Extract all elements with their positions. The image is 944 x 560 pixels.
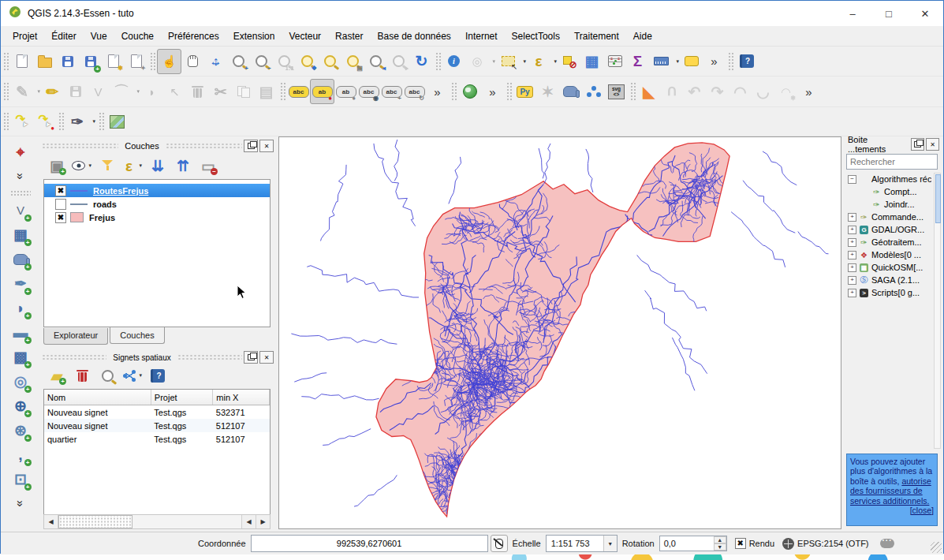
label-move-prediction-tool[interactable] (10, 110, 33, 133)
maximize-button[interactable]: □ (871, 1, 907, 26)
menu-aide[interactable]: Aide (626, 28, 659, 45)
close-info-link[interactable]: [close] (910, 506, 934, 515)
chevron-down-icon[interactable]: ▼ (603, 536, 617, 551)
manage-visibility-button[interactable]: ▾ (72, 155, 92, 176)
grass-tools-button[interactable]: ✶ (536, 80, 559, 103)
bookmark-cell[interactable]: Nouveau signet (44, 405, 151, 420)
toggle-editing-button[interactable]: ✏ (41, 80, 64, 103)
add-spatialite-layer-button[interactable]: ✒+ (9, 271, 32, 296)
open-attribute-table-button[interactable]: ▦ (580, 50, 603, 73)
bookmark-cell[interactable]: quartier (44, 432, 151, 446)
toolbar-drag-handle[interactable] (506, 81, 512, 102)
composer-manager-button[interactable]: ✦ (125, 50, 147, 73)
dock-handle[interactable] (177, 354, 242, 360)
crs-status[interactable]: EPSG:2154 (OTF) (797, 539, 868, 548)
expand-icon[interactable]: + (848, 213, 856, 222)
menu-vecteur[interactable]: Vecteur (282, 28, 328, 45)
toolbar-drag-handle[interactable] (435, 51, 441, 72)
add-vector-layer-button[interactable]: V+ (9, 198, 32, 222)
dock-handle[interactable] (166, 143, 242, 149)
bookmarks-help-button[interactable]: ? (147, 365, 168, 386)
render-checkbox[interactable]: ✖ (735, 538, 746, 549)
tree-vscrollbar[interactable] (934, 173, 941, 449)
zoom-to-bookmark-button[interactable] (97, 365, 118, 386)
algorithm-item-compt-[interactable]: ✑Compt... (846, 185, 931, 198)
menu-base-de-donn-es[interactable]: Base de données (370, 28, 457, 45)
add-postgis-layer-button[interactable]: + (9, 247, 32, 271)
dock-handle[interactable] (42, 143, 118, 149)
bookmark-cell[interactable]: Test.qgs (151, 419, 212, 432)
expand-icon[interactable]: + (848, 226, 856, 234)
bookmarks-table[interactable]: NomProjetmin XNouveau signetTest.qgs5323… (43, 389, 271, 515)
close-panel-button[interactable]: ✕ (259, 351, 274, 364)
filter-legend-button[interactable] (97, 155, 118, 176)
toolbar-drag-handle[interactable] (58, 111, 64, 132)
add-raster-layer-button[interactable]: ▦+ (9, 222, 32, 247)
osm-place-search-button[interactable] (458, 80, 481, 103)
layer-item-frejus[interactable]: ✖Frejus (44, 211, 270, 224)
label-move-button[interactable]: abc+ (380, 80, 403, 103)
layer-tree[interactable]: ✖RoutesFrejusroads✖Frejus (43, 179, 271, 327)
chevron-down-icon[interactable]: ▾ (554, 58, 557, 65)
db-manager-button[interactable] (559, 80, 582, 103)
touch-zoom-pan-tool[interactable]: ☝ (157, 49, 181, 74)
toolbar-drag-handle[interactable] (2, 81, 9, 102)
chevron-down-icon[interactable]: ▾ (139, 372, 142, 379)
scale-combobox[interactable]: 1:151 753 ▼ (546, 535, 618, 552)
add-oracle-layer-button[interactable]: ▬+ (9, 320, 32, 345)
menu-internet[interactable]: Internet (458, 28, 505, 45)
toolbar-drag-handle[interactable] (279, 81, 285, 102)
spinner-arrows[interactable]: ▲▼ (714, 536, 726, 551)
algorithm-item-joindr-[interactable]: ✑Joindr... (846, 198, 931, 211)
label-show-hide-button[interactable]: abc◉ (357, 80, 380, 103)
chevron-down-icon[interactable]: ▾ (139, 162, 142, 169)
vtoolbar-overflow-bottom[interactable]: » (9, 491, 32, 516)
label-rotate-button[interactable]: abc↻ (403, 80, 426, 103)
dock-tab-couches[interactable]: Couches (110, 327, 164, 344)
dock-handle[interactable] (42, 354, 106, 360)
menu-pr-f-rences[interactable]: Préférences (161, 28, 226, 45)
map-canvas[interactable] (278, 136, 841, 529)
toolbar-drag-handle[interactable] (149, 51, 155, 72)
expand-icon[interactable]: + (848, 238, 856, 247)
delete-bookmark-button[interactable] (72, 365, 92, 386)
dock-tab-explorateur[interactable]: Explorateur (43, 328, 108, 345)
menu-extension[interactable]: Extension (226, 28, 282, 45)
select-features-tool[interactable]: ▾ (496, 50, 527, 73)
toolbar-drag-handle[interactable] (2, 51, 9, 72)
window-resize-grip[interactable] (931, 542, 942, 553)
bookmark-row[interactable]: quartierTest.qgs512107 (44, 432, 270, 446)
zoom-out-tool[interactable]: − (250, 50, 273, 73)
algorithm-item-mod-les-0-[interactable]: +❖Modèles[0 ... (846, 248, 931, 261)
add-group-button[interactable]: ▣+ (47, 155, 67, 176)
layer-item-routesfrejus[interactable]: ✖RoutesFrejus (44, 184, 270, 197)
algorithm-item-algorithmes-r-c-[interactable]: −Algorithmes réc... (846, 173, 931, 185)
bookmark-cell[interactable]: Test.qgs (151, 432, 212, 446)
toolbar-drag-handle[interactable] (450, 81, 457, 102)
python-console-button[interactable]: Py (513, 80, 536, 103)
bookmark-cell[interactable]: 512107 (213, 419, 270, 432)
close-button[interactable]: ✕ (907, 1, 943, 26)
geometry-ruler-button[interactable]: ◣ (637, 80, 660, 103)
add-bookmark-button[interactable]: ▰+ (47, 365, 67, 386)
chevron-down-icon[interactable]: ▾ (136, 88, 140, 95)
spin-up-icon[interactable]: ▲ (714, 536, 726, 543)
algorithm-item-commande-[interactable]: +✑Commande... (846, 211, 931, 223)
toolbar-drag-handle[interactable] (10, 190, 31, 196)
float-panel-button[interactable] (911, 138, 924, 151)
scrollbar-thumb[interactable] (935, 174, 941, 223)
help-button[interactable]: ? (735, 50, 758, 73)
chevron-down-icon[interactable]: ▾ (92, 118, 95, 125)
expand-icon[interactable]: + (848, 289, 856, 297)
label-rotate-prediction-tool[interactable]: ● (33, 110, 56, 133)
add-mssql-layer-button[interactable]: ◗+ (9, 296, 32, 320)
deselect-all-button[interactable] (558, 50, 580, 73)
layer-visibility-checkbox[interactable]: ✖ (55, 185, 66, 196)
algorithm-tree[interactable]: −Algorithmes réc...✑Compt...✑Joindr...+✑… (846, 173, 931, 449)
chevron-down-icon[interactable]: ▾ (492, 58, 495, 65)
zoom-to-selection-tool[interactable] (319, 50, 341, 73)
pan-map-tool[interactable] (181, 50, 204, 73)
add-virtual-layer-button[interactable]: ◎+ (9, 369, 32, 394)
column-header-projet[interactable]: Projet (151, 390, 212, 405)
pan-to-selection-tool[interactable] (204, 50, 227, 73)
